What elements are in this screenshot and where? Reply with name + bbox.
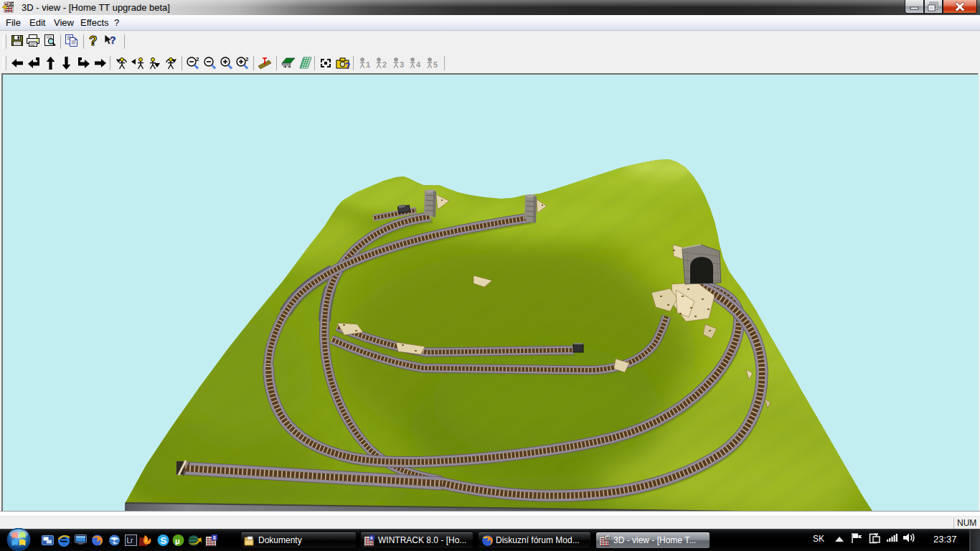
svg-text:4: 4 bbox=[416, 60, 421, 69]
svg-text:2: 2 bbox=[245, 57, 249, 62]
svg-text:5: 5 bbox=[433, 60, 438, 69]
svg-text:1: 1 bbox=[366, 60, 370, 69]
svg-text:8: 8 bbox=[213, 535, 216, 540]
svg-text:3D: 3D bbox=[606, 536, 611, 540]
svg-text:?: ? bbox=[89, 33, 98, 48]
svg-text:2: 2 bbox=[196, 57, 199, 62]
svg-text:3: 3 bbox=[400, 60, 404, 69]
svg-text:μ: μ bbox=[175, 537, 180, 545]
svg-text:2: 2 bbox=[382, 60, 387, 69]
svg-text:S: S bbox=[161, 535, 167, 546]
svg-text:3D: 3D bbox=[9, 1, 14, 6]
svg-text:Lr: Lr bbox=[127, 537, 134, 545]
svg-text:?: ? bbox=[345, 61, 350, 70]
